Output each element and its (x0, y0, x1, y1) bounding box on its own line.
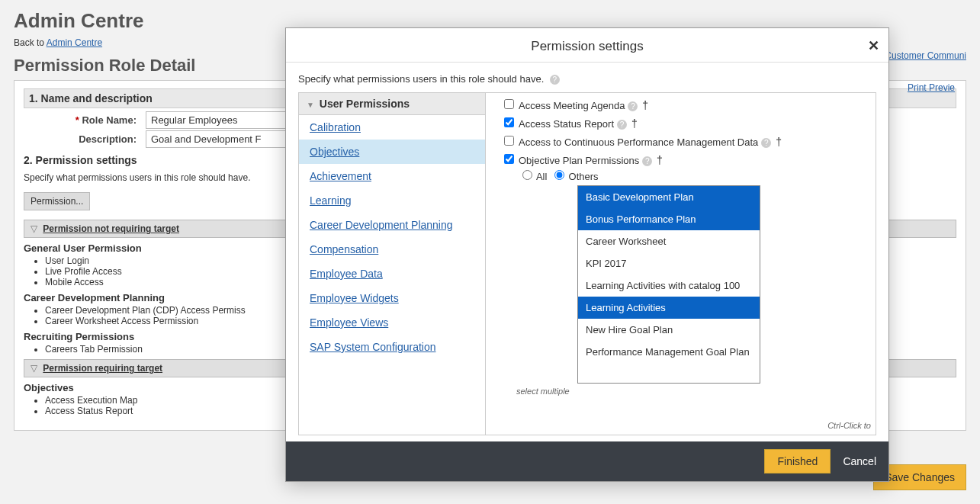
permission-row: Objective Plan Permissions? † (501, 152, 868, 166)
radio-all[interactable] (522, 170, 532, 180)
permission-checkbox[interactable] (504, 154, 514, 164)
finished-button[interactable]: Finished (764, 449, 831, 474)
close-icon[interactable]: ✕ (868, 37, 879, 54)
permission-row: Access Meeting Agenda? † (501, 97, 868, 111)
category-item[interactable]: Calibration (299, 115, 485, 140)
category-item[interactable]: Employee Views (299, 310, 485, 335)
category-item[interactable]: Employee Widgets (299, 286, 485, 310)
permission-row: Access to Continuous Performance Managem… (501, 133, 868, 148)
dialog-footer: Finished Cancel (286, 441, 888, 481)
category-item[interactable]: Career Development Planning (299, 213, 485, 237)
permission-detail: Access Meeting Agenda? †Access Status Re… (486, 92, 876, 435)
plan-option[interactable]: Basic Development Plan (578, 186, 760, 208)
print-preview-link[interactable]: Print Previe (908, 82, 955, 93)
plan-option[interactable]: Performance Management Goal Plan (578, 341, 760, 363)
chevron-down-icon: ▼ (307, 101, 314, 109)
ctrl-click-hint: Ctrl-Click to (827, 421, 871, 430)
category-item[interactable]: Achievement (299, 164, 485, 188)
dagger-icon: † (628, 117, 638, 130)
description-label: Description: (24, 133, 146, 145)
permission-label: Access Status Report (519, 118, 614, 130)
radio-all-label: All (536, 171, 547, 182)
permission-settings-dialog: Permission settings ✕ Specify what permi… (285, 27, 889, 482)
chevron-down-icon: ▽ (31, 363, 37, 374)
dialog-header: Permission settings ✕ (286, 28, 888, 63)
back-prefix: Back to (14, 37, 47, 48)
permission-row: Access Status Report? † (501, 115, 868, 130)
dialog-title: Permission settings (531, 39, 643, 53)
category-header[interactable]: ▼ User Permissions (299, 93, 485, 115)
help-icon[interactable]: ? (617, 120, 627, 130)
help-icon[interactable]: ? (761, 138, 771, 148)
category-list: ▼ User Permissions CalibrationObjectives… (298, 92, 486, 435)
plan-scope-radio: All Others (518, 170, 868, 182)
bar-no-target-label: Permission not requiring target (43, 223, 179, 234)
back-link[interactable]: Admin Centre (47, 37, 102, 48)
plan-option[interactable]: KPI 2017 (578, 252, 760, 274)
dagger-icon: † (654, 154, 663, 166)
dagger-icon: † (639, 99, 648, 111)
role-name-label: * Role Name: (24, 114, 146, 126)
help-icon[interactable]: ? (628, 101, 638, 111)
description-input[interactable]: Goal and Development F (146, 130, 298, 148)
permission-label: Objective Plan Permissions (519, 155, 639, 166)
category-item[interactable]: Employee Data (299, 262, 485, 286)
category-header-label: User Permissions (320, 98, 410, 110)
help-icon[interactable]: ? (550, 75, 560, 85)
customer-community-link[interactable]: p Customer Communi (877, 50, 966, 61)
radio-others[interactable] (554, 170, 564, 180)
dialog-specify-text: Specify what permissions users in this r… (298, 73, 544, 85)
plan-option[interactable]: Career Worksheet (578, 230, 760, 252)
permission-label: Access Meeting Agenda (519, 100, 625, 111)
role-name-input[interactable]: Regular Employees (146, 111, 298, 129)
category-item[interactable]: Learning (299, 188, 485, 213)
permission-checkbox[interactable] (504, 136, 514, 146)
category-item[interactable]: Objectives (299, 140, 485, 164)
cancel-button[interactable]: Cancel (843, 455, 876, 467)
category-item[interactable]: SAP System Configuration (299, 335, 485, 359)
category-item[interactable]: Compensation (299, 237, 485, 262)
plan-listbox[interactable]: Basic Development PlanBonus Performance … (577, 185, 760, 384)
plan-option[interactable]: Learning Activities (578, 297, 760, 319)
permission-checkbox[interactable] (504, 117, 514, 127)
dagger-icon: † (773, 136, 782, 148)
bar-req-target-label: Permission requiring target (43, 363, 162, 374)
radio-others-label: Others (569, 171, 599, 182)
permission-checkbox[interactable] (504, 99, 514, 109)
plan-option[interactable]: Bonus Performance Plan (578, 208, 760, 230)
select-multiple-hint: select multiple (516, 387, 868, 396)
chevron-down-icon: ▽ (31, 223, 37, 234)
permission-button[interactable]: Permission... (24, 192, 90, 210)
help-icon[interactable]: ? (642, 156, 652, 166)
permission-label: Access to Continuous Performance Managem… (519, 136, 758, 148)
plan-option[interactable]: Learning Activities with catalog 100 (578, 274, 760, 297)
plan-option[interactable]: New Hire Goal Plan (578, 319, 760, 341)
